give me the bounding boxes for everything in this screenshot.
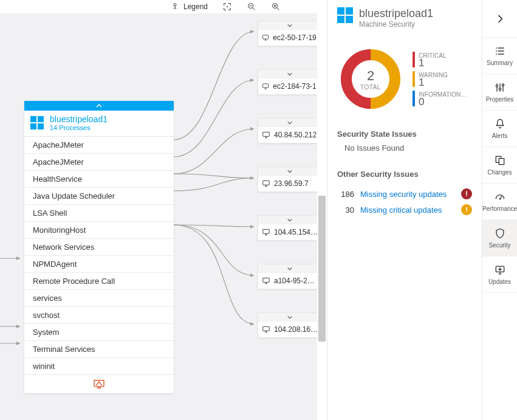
svg-point-17 bbox=[499, 88, 501, 90]
process-row[interactable]: HealthService bbox=[24, 171, 174, 188]
security-state-text: No Issues Found bbox=[337, 139, 472, 153]
details-subtitle: Machine Security bbox=[359, 20, 433, 29]
sidebar-item-label: Updates bbox=[488, 278, 511, 285]
canvas-scrollbar[interactable] bbox=[317, 13, 327, 420]
svg-point-15 bbox=[466, 211, 467, 212]
process-row[interactable]: svchost bbox=[24, 307, 174, 324]
sidebar-item-summary[interactable]: Summary bbox=[482, 38, 517, 74]
sidebar-item-label: Performance bbox=[482, 205, 517, 212]
chevron-down-icon bbox=[287, 217, 293, 223]
process-row[interactable]: Java Update Scheduler bbox=[24, 188, 174, 205]
properties-icon bbox=[494, 81, 506, 94]
process-row[interactable]: ApacheJMeter bbox=[24, 154, 174, 171]
node-collapse-button[interactable] bbox=[258, 264, 321, 273]
legend-button[interactable]: Legend bbox=[170, 2, 208, 12]
legend-icon bbox=[170, 2, 180, 12]
target-node-label: a104-95-2… bbox=[274, 277, 315, 285]
process-row[interactable]: services bbox=[24, 290, 174, 307]
svg-point-18 bbox=[502, 84, 504, 86]
process-row[interactable]: NPMDAgent bbox=[24, 256, 174, 273]
target-node[interactable]: a104-95-2… bbox=[258, 264, 322, 289]
donut-total-label: TOTAL bbox=[360, 84, 381, 91]
zoom-out-icon bbox=[247, 2, 256, 12]
target-node[interactable]: 23.96.59.7 bbox=[258, 167, 322, 192]
node-collapse-button[interactable] bbox=[258, 167, 321, 176]
target-node[interactable]: ec2-184-73-1… bbox=[258, 69, 322, 95]
security-issue-row[interactable]: 186Missing security updates bbox=[337, 186, 472, 202]
chevron-down-icon bbox=[287, 120, 293, 126]
svg-point-16 bbox=[496, 85, 498, 87]
process-panel-title: bluestripeload1 bbox=[50, 114, 108, 124]
shield-icon bbox=[494, 227, 506, 239]
sidebar-item-changes[interactable]: Changes bbox=[482, 147, 517, 184]
node-collapse-button[interactable] bbox=[258, 119, 321, 127]
legend-critical-value: 1 bbox=[419, 59, 447, 67]
sidebar-item-alerts[interactable]: Alerts bbox=[482, 111, 517, 147]
security-issue-row[interactable]: 30Missing critical updates bbox=[337, 202, 472, 218]
process-row[interactable]: Remote Procedure Call bbox=[24, 273, 174, 290]
security-state-heading: Security State Issues bbox=[337, 129, 472, 139]
panel-collapse-button[interactable] bbox=[24, 101, 174, 111]
node-collapse-button[interactable] bbox=[258, 70, 321, 78]
process-panel-subtitle: 14 Processes bbox=[50, 124, 108, 131]
chevron-down-icon bbox=[287, 22, 293, 29]
issue-link[interactable]: Missing critical updates bbox=[360, 205, 455, 215]
target-node-label: 104.208.16… bbox=[274, 325, 318, 334]
details-panel: bluestripeload1 Machine Security 2 TOTAL… bbox=[327, 0, 482, 420]
gauge-icon bbox=[494, 191, 506, 203]
process-row[interactable]: MonitoringHost bbox=[24, 222, 174, 239]
windows-icon bbox=[30, 116, 44, 129]
process-row[interactable]: System bbox=[24, 324, 174, 341]
fit-button[interactable] bbox=[222, 2, 232, 12]
details-title: bluestripeload1 bbox=[359, 7, 433, 20]
fit-icon bbox=[222, 2, 232, 12]
zoom-in-button[interactable] bbox=[271, 2, 281, 12]
sidebar-item-updates[interactable]: Updates bbox=[482, 256, 517, 293]
target-node[interactable]: ec2-50-17-19… bbox=[258, 21, 322, 46]
issue-link[interactable]: Missing security updates bbox=[360, 190, 455, 199]
target-node-label: ec2-184-73-1… bbox=[273, 82, 318, 91]
sidebar-item-label: Summary bbox=[487, 60, 513, 66]
changes-icon bbox=[494, 154, 506, 167]
process-panel: bluestripeload1 14 Processes ApacheJMete… bbox=[24, 101, 174, 393]
sidebar-item-label: Properties bbox=[486, 96, 514, 103]
svg-point-8 bbox=[174, 4, 176, 6]
zoom-out-button[interactable] bbox=[247, 2, 256, 12]
sidebar-item-performance[interactable]: Performance bbox=[482, 184, 517, 220]
legend-info-value: 0 bbox=[419, 98, 467, 106]
chevron-down-icon bbox=[287, 71, 293, 77]
sidebar-item-properties[interactable]: Properties bbox=[482, 74, 517, 111]
target-node-label: 104.45.154… bbox=[274, 228, 318, 236]
svg-rect-2 bbox=[263, 132, 270, 136]
monitor-icon bbox=[262, 82, 269, 91]
chevron-right-icon bbox=[494, 13, 506, 25]
sidebar-expand-button[interactable] bbox=[482, 0, 517, 38]
panel-alert-icon[interactable] bbox=[24, 375, 174, 393]
issue-count: 186 bbox=[337, 190, 354, 199]
legend-label: Legend bbox=[183, 2, 208, 11]
node-collapse-button[interactable] bbox=[258, 216, 321, 224]
node-collapse-button[interactable] bbox=[258, 21, 321, 30]
severity-badge-icon bbox=[461, 204, 472, 215]
severity-badge-icon bbox=[461, 188, 472, 199]
severity-legend: CRITICAL1 WARNING1 INFORMATION…0 bbox=[413, 52, 467, 106]
node-collapse-button[interactable] bbox=[258, 313, 321, 322]
sidebar-item-label: Changes bbox=[487, 169, 512, 176]
process-row[interactable]: Network Services bbox=[24, 239, 174, 256]
process-row[interactable]: wininit bbox=[24, 358, 174, 375]
process-row[interactable]: Terminal Services bbox=[24, 341, 174, 358]
svg-rect-0 bbox=[263, 35, 269, 39]
target-node[interactable]: 104.45.154… bbox=[258, 215, 322, 241]
target-node[interactable]: 104.208.16… bbox=[258, 312, 322, 338]
svg-rect-4 bbox=[263, 229, 269, 233]
target-node[interactable]: 40.84.50.212 bbox=[258, 118, 322, 143]
sidebar-item-security[interactable]: Security bbox=[482, 220, 517, 256]
svg-point-9 bbox=[227, 6, 228, 7]
process-row[interactable]: LSA Shell bbox=[24, 205, 174, 222]
donut-total-value: 2 bbox=[367, 68, 374, 84]
svg-rect-3 bbox=[263, 181, 270, 185]
monitor-icon bbox=[262, 228, 270, 236]
canvas-scrollbar-thumb[interactable] bbox=[318, 196, 326, 342]
process-row[interactable]: ApacheJMeter bbox=[24, 137, 174, 154]
issue-count: 30 bbox=[337, 205, 354, 215]
